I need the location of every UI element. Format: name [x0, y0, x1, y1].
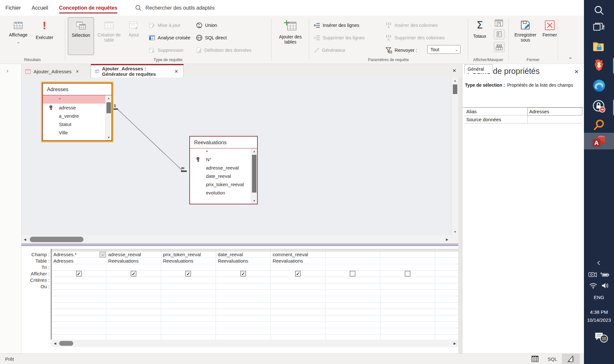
selection-button[interactable]: Sélection	[68, 17, 94, 55]
field-list-scrollbar[interactable]: ▲ ▼	[251, 148, 257, 204]
table-cell[interactable]: Reevaluations	[271, 258, 325, 264]
table-cell[interactable]: Reevaluations	[216, 258, 271, 264]
design-vertical-scrollbar[interactable]: ▲ ▼	[451, 77, 458, 235]
scrollbar-thumb[interactable]	[252, 155, 256, 193]
clock-time[interactable]: 4:38 PM	[584, 308, 614, 316]
tab-general[interactable]: Général	[464, 64, 492, 73]
scroll-down-icon[interactable]: ▼	[251, 198, 257, 204]
search-tool-button[interactable]	[584, 118, 614, 132]
menu-conception-de-requetes[interactable]: Conception de requêtes	[54, 0, 123, 16]
menu-accueil[interactable]: Accueil	[26, 0, 54, 16]
task-view-button[interactable]	[584, 20, 614, 35]
table-cell[interactable]	[435, 258, 458, 264]
language-indicator[interactable]: ENG	[584, 293, 614, 301]
field-row-star[interactable]: *	[190, 148, 251, 155]
scroll-up-icon[interactable]: ▲	[251, 148, 257, 154]
ou-cell[interactable]	[435, 283, 458, 290]
champ-cell[interactable]	[435, 251, 458, 258]
field-row-adresse[interactable]: adresse	[43, 104, 105, 112]
analyse-croisee-button[interactable]: Analyse croisée	[149, 33, 190, 42]
field-row[interactable]: date_reeval	[190, 172, 251, 180]
champ-cell[interactable]: date_reeval	[216, 251, 271, 258]
afficher-checkbox[interactable]	[350, 271, 355, 276]
close-object-icon[interactable]: ✕	[452, 68, 456, 74]
tri-cell[interactable]	[106, 264, 161, 271]
tab-ajouter-adresses[interactable]: Ajouter_Adresses ✕	[21, 65, 91, 77]
field-list-scrollbar[interactable]: ▲ ▼	[105, 95, 112, 140]
field-row[interactable]: Statut	[43, 120, 105, 129]
tab-generateur-de-requetes[interactable]: Ajouter_Adresses : Générateur de requête…	[91, 65, 184, 77]
scroll-up-icon[interactable]: ▲	[452, 77, 458, 84]
afficher-checkbox[interactable]: ✓	[76, 271, 82, 276]
renvoyer-combobox[interactable]: Tout ⌄	[427, 45, 460, 54]
union-button[interactable]: Union	[196, 21, 217, 30]
table-names-button[interactable]	[494, 29, 505, 39]
keepass-button[interactable]	[584, 99, 614, 114]
tri-cell[interactable]	[326, 264, 380, 271]
sql-direct-button[interactable]: SQL direct	[196, 33, 227, 42]
query-design-surface[interactable]: 1 ∞ Adresses * adresse a_vendre Statut V…	[21, 77, 458, 235]
tri-cell[interactable]	[380, 264, 435, 271]
field-row[interactable]: Ville	[43, 129, 105, 137]
scroll-up-icon[interactable]: ▲	[106, 95, 112, 101]
criteres-cell[interactable]	[271, 277, 325, 283]
criteres-cell[interactable]	[106, 277, 161, 283]
clock-date[interactable]: 10/14/2023	[584, 316, 614, 324]
champ-cell[interactable]	[380, 251, 435, 258]
afficher-checkbox[interactable]: ✓	[295, 271, 301, 276]
champ-cell-active[interactable]: Adresses.* ⌄	[51, 251, 106, 258]
collapse-ribbon-chevron[interactable]: ⌄	[568, 53, 573, 60]
tri-cell[interactable]	[161, 264, 216, 271]
tri-cell[interactable]	[435, 264, 458, 271]
champ-cell[interactable]: prix_token_reeval	[161, 251, 216, 258]
executer-button[interactable]: ! Exécuter	[32, 17, 57, 55]
scroll-down-icon[interactable]: ▼	[106, 135, 112, 140]
table-cell[interactable]: Reevaluations	[106, 258, 161, 264]
table-cell[interactable]: Adresses	[51, 258, 106, 264]
cast-screen-icon[interactable]	[588, 272, 597, 278]
table-card-reevaluations[interactable]: Reevaluations * N° adresse_reeval date_r…	[189, 136, 258, 204]
ou-cell[interactable]	[326, 283, 380, 290]
criteres-cell[interactable]	[216, 277, 271, 283]
field-row[interactable]: a_vendre	[43, 112, 105, 120]
scroll-right-icon[interactable]: ▶	[444, 235, 451, 244]
table-cell[interactable]: Reevaluations	[161, 258, 216, 264]
enregistrer-sous-button[interactable]: Enregistrer sous	[511, 17, 540, 55]
scroll-right-icon[interactable]: ▶	[451, 340, 458, 347]
menu-fichier[interactable]: Fichier	[0, 0, 26, 16]
notification-center-button[interactable]	[584, 330, 614, 343]
criteres-cell[interactable]	[161, 277, 216, 283]
scroll-left-icon[interactable]: ◀	[21, 235, 28, 244]
tri-cell[interactable]	[271, 264, 325, 271]
table-card-adresses[interactable]: Adresses * adresse a_vendre Statut Ville…	[41, 82, 114, 142]
design-view-button[interactable]	[562, 354, 580, 364]
field-row[interactable]: adresse_reeval	[190, 164, 251, 172]
volume-icon[interactable]	[601, 282, 609, 289]
affichage-button[interactable]: Affichage ⌄	[6, 17, 31, 55]
champ-cell[interactable]	[326, 251, 380, 258]
hidden-icons-chevron[interactable]	[584, 257, 614, 268]
sql-view-button[interactable]: SQL	[544, 354, 561, 364]
close-icon[interactable]: ✕	[574, 68, 579, 75]
afficher-checkbox[interactable]	[405, 271, 410, 276]
field-row[interactable]: prix_token_reeval	[190, 180, 251, 189]
expand-nav-chevron-icon[interactable]: ›	[6, 67, 8, 74]
xyz-table-names-button[interactable]: XYZ	[494, 42, 505, 52]
field-row[interactable]: evolution	[190, 189, 251, 197]
criteres-cell[interactable]	[435, 277, 458, 283]
table-title[interactable]: Adresses	[43, 83, 112, 95]
afficher-checkbox[interactable]: ✓	[185, 271, 191, 276]
tri-cell[interactable]	[51, 264, 106, 271]
wifi-icon[interactable]	[589, 282, 597, 289]
brave-browser-button[interactable]	[584, 58, 614, 73]
ou-cell[interactable]	[51, 283, 106, 290]
criteres-cell[interactable]	[326, 277, 380, 283]
field-dropdown-button[interactable]: ⌄	[99, 252, 106, 257]
field-row-star[interactable]: *	[43, 95, 105, 104]
taskbar-search-button[interactable]	[584, 3, 614, 17]
inserer-des-lignes-button[interactable]: Insérer des lignes	[313, 21, 359, 30]
table-cell[interactable]	[380, 258, 435, 264]
tab-close-icon[interactable]: ✕	[74, 68, 80, 75]
table-cell[interactable]	[326, 258, 380, 264]
scrollbar-thumb[interactable]	[59, 341, 73, 346]
